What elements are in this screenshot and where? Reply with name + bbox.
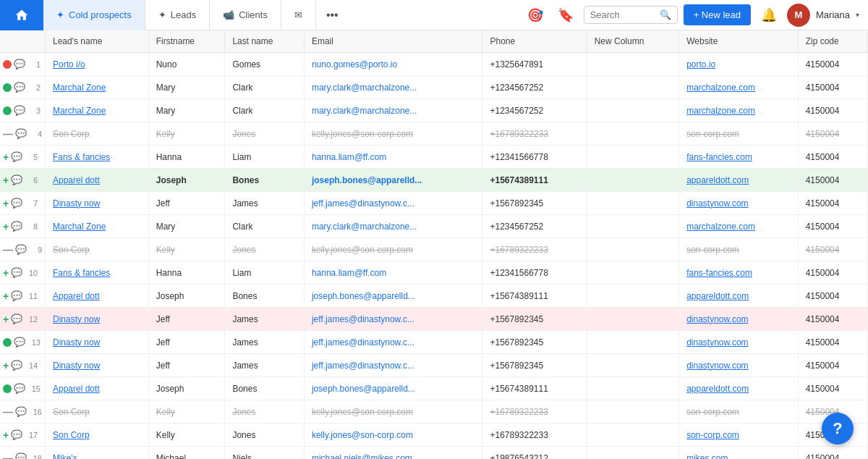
email-value[interactable]: jeff.james@dinastynow.c... [312,337,414,348]
email-cell[interactable]: joseph.bones@apparelld... [304,285,482,308]
lead-name-cell[interactable]: Mike's [46,447,149,460]
website-cell[interactable]: mikes.com [679,447,799,460]
lead-name-link[interactable]: Son Corp [53,129,90,139]
dash-icon[interactable]: — [3,406,13,418]
chat-icon[interactable]: 💬 [11,174,22,185]
email-cell[interactable]: jeff.james@dinastynow.c... [304,192,482,215]
lead-name-link[interactable]: Porto i/o [53,59,85,70]
search-box[interactable]: 🔍 [584,6,678,24]
email-value[interactable]: kelly.jones@son-corp.com [312,245,413,255]
lead-name-link[interactable]: Son Corp [53,407,90,417]
target-icon-button[interactable]: 🎯 [523,3,548,28]
chat-icon[interactable]: 💬 [11,290,22,301]
dash-icon[interactable]: — [3,128,13,140]
email-cell[interactable]: kelly.jones@son-corp.com [304,122,482,146]
website-cell[interactable]: appareldott.com [679,285,799,308]
chat-icon[interactable]: 💬 [14,383,25,394]
email-value[interactable]: mary.clark@marchalzone... [312,106,417,116]
tab-cold-prospects[interactable]: ✦ Cold prospects [43,0,145,30]
home-button[interactable] [0,0,43,30]
plus-icon[interactable]: + [3,151,9,163]
plus-icon[interactable]: + [3,360,9,371]
website-value[interactable]: son-corp.com [686,129,739,139]
bookmark-icon-button[interactable]: 🔖 [553,3,578,28]
website-cell[interactable]: marchalzone.com [679,215,799,238]
plus-icon[interactable]: + [3,174,9,186]
tab-clients[interactable]: 📹 Clients [210,0,281,30]
email-cell[interactable]: joseph.bones@apparelld... [304,377,482,400]
email-cell[interactable]: joseph.bones@apparelld... [304,169,482,192]
email-value[interactable]: hanna.liam@ff.com [312,152,386,162]
website-value[interactable]: son-corp.com [686,407,739,417]
lead-name-link[interactable]: Fans & fancies [53,268,110,278]
email-value[interactable]: mary.clark@marchalzone... [312,222,417,232]
plus-icon[interactable]: + [3,313,9,325]
email-value[interactable]: kelly.jones@son-corp.com [312,430,413,440]
chat-icon[interactable]: 💬 [11,151,22,162]
website-cell[interactable]: appareldott.com [679,169,799,192]
email-cell[interactable]: nuno.gomes@porto.io [304,53,482,76]
website-cell[interactable]: son-corp.com [679,424,799,447]
lead-name-link[interactable]: Marchal Zone [53,106,106,116]
email-value[interactable]: jeff.james@dinastynow.c... [312,361,414,371]
email-tab[interactable]: ✉ [281,0,316,30]
website-value[interactable]: marchalzone.com [686,222,755,232]
status-green-icon[interactable] [3,106,12,115]
status-green-icon[interactable] [3,338,12,347]
plus-icon[interactable]: + [3,221,9,232]
website-value[interactable]: fans-fancies.com [686,268,752,278]
email-value[interactable]: michael.niels@mikes.com [312,453,412,460]
website-cell[interactable]: marchalzone.com [679,76,799,99]
email-cell[interactable]: jeff.james@dinastynow.c... [304,354,482,377]
chat-icon[interactable]: 💬 [15,244,27,255]
email-value[interactable]: nuno.gomes@porto.io [312,59,397,70]
chat-icon[interactable]: 💬 [15,406,27,417]
website-cell[interactable]: fans-fancies.com [679,146,799,169]
lead-name-cell[interactable]: Fans & fancies [46,261,149,285]
tab-leads[interactable]: ✦ Leads [145,0,210,30]
website-value[interactable]: dinastynow.com [686,361,748,371]
plus-icon[interactable]: + [3,198,9,209]
website-value[interactable]: porto.io [686,59,715,70]
email-value[interactable]: kelly.jones@son-corp.com [312,407,413,417]
chat-icon[interactable]: 💬 [11,198,22,209]
email-cell[interactable]: kelly.jones@son-corp.com [304,238,482,261]
dash-icon[interactable]: — [3,452,13,460]
dash-icon[interactable]: — [3,244,13,256]
search-input[interactable] [590,9,655,20]
website-value[interactable]: appareldott.com [686,291,749,301]
lead-name-link[interactable]: Dinasty now [53,314,100,324]
email-value[interactable]: kelly.jones@son-corp.com [312,129,413,139]
website-cell[interactable]: son-corp.com [679,122,799,146]
email-cell[interactable]: kelly.jones@son-corp.com [304,424,482,447]
lead-name-link[interactable]: Fans & fancies [53,152,110,162]
email-value[interactable]: joseph.bones@apparelld... [312,175,422,185]
website-cell[interactable]: dinastynow.com [679,354,799,377]
user-menu-chevron[interactable]: ▾ [856,11,859,19]
email-cell[interactable]: mary.clark@marchalzone... [304,76,482,99]
lead-name-cell[interactable]: Apparel dott [46,169,149,192]
website-cell[interactable]: fans-fancies.com [679,261,799,285]
chat-icon[interactable]: 💬 [15,452,27,459]
chat-icon[interactable]: 💬 [14,82,25,93]
lead-name-cell[interactable]: Son Corp [46,238,149,261]
lead-name-link[interactable]: Apparel dott [53,175,100,185]
lead-name-link[interactable]: Marchal Zone [53,222,106,232]
chat-icon[interactable]: 💬 [14,59,25,70]
email-value[interactable]: hanna.liam@ff.com [312,268,386,278]
plus-icon[interactable]: + [3,290,9,302]
email-value[interactable]: mary.clark@marchalzone... [312,83,417,93]
email-cell[interactable]: hanna.liam@ff.com [304,146,482,169]
lead-name-link[interactable]: Dinasty now [53,198,100,209]
help-button[interactable]: ? [822,413,854,445]
status-green-icon[interactable] [3,83,12,92]
lead-name-link[interactable]: Dinasty now [53,337,100,348]
email-cell[interactable]: jeff.james@dinastynow.c... [304,308,482,331]
email-value[interactable]: joseph.bones@apparelld... [312,384,415,394]
website-cell[interactable]: marchalzone.com [679,99,799,122]
email-cell[interactable]: kelly.jones@son-corp.com [304,400,482,424]
website-cell[interactable]: porto.io [679,53,799,76]
lead-name-cell[interactable]: Fans & fancies [46,146,149,169]
lead-name-link[interactable]: Dinasty now [53,361,100,371]
lead-name-link[interactable]: Marchal Zone [53,83,106,93]
